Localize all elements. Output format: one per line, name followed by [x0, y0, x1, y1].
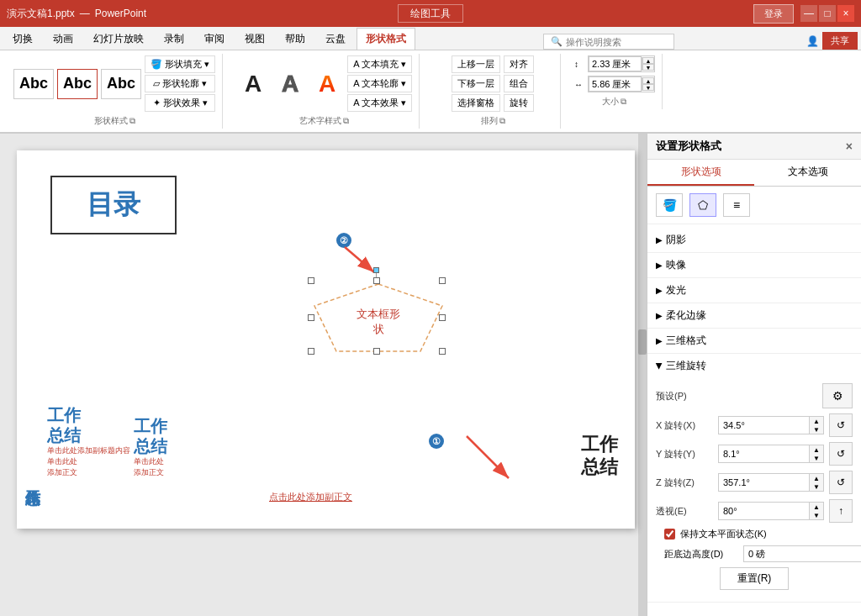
bottom-link[interactable]: 点击此处添加副正文 — [269, 491, 352, 503]
shape-fill-button[interactable]: 🪣 形状填充 ▾ — [145, 55, 215, 73]
search-icon: 🔍 — [551, 36, 563, 47]
ribbon-tab-形状格式[interactable]: 形状格式 — [357, 28, 415, 50]
text-effect-button[interactable]: A 文本效果 ▾ — [347, 94, 412, 112]
reset-button[interactable]: 重置(R) — [720, 567, 790, 590]
expand-icon[interactable]: ⧉ — [129, 116, 135, 126]
scroll-thumb[interactable] — [638, 329, 647, 355]
group-button[interactable]: 组合 — [504, 75, 534, 92]
login-button[interactable]: 登录 — [753, 4, 794, 24]
handle-tl[interactable] — [308, 277, 314, 284]
ribbon-tab-审阅[interactable]: 审阅 — [195, 28, 234, 50]
z-spin-up[interactable]: ▲ — [810, 474, 823, 482]
shape-style-1[interactable]: Abc — [13, 69, 54, 99]
ribbon-tab-donghua[interactable]: 动画 — [44, 28, 82, 50]
arrange-label: 排列 ⧉ — [481, 115, 505, 127]
x-spin-down[interactable]: ▼ — [810, 425, 823, 434]
shape-style-2[interactable]: Abc — [57, 69, 98, 99]
shape-outline-button[interactable]: ▱ 形状轮廓 ▾ — [145, 75, 215, 92]
x-rotation-input[interactable] — [719, 418, 809, 433]
handle-tr[interactable] — [439, 277, 446, 284]
shape-icon-btn[interactable]: ⬠ — [689, 193, 716, 217]
shape-effect-button[interactable]: ✦ 形状效果 ▾ — [145, 94, 215, 112]
x-rotation-action[interactable]: ↺ — [829, 413, 853, 437]
persp-input[interactable] — [719, 503, 809, 519]
handle-ml[interactable] — [308, 314, 314, 321]
format3d-header[interactable]: ▶ 三维格式 — [647, 329, 861, 353]
y-rotation-input[interactable] — [719, 446, 809, 461]
panel-close-button[interactable]: × — [846, 140, 853, 153]
handle-mr[interactable] — [439, 314, 446, 321]
art-text-1[interactable]: A — [236, 67, 270, 101]
text-outline-button[interactable]: A 文本轮廓 ▾ — [347, 75, 412, 92]
expand-icon-arrange[interactable]: ⧉ — [499, 116, 505, 126]
maximize-button[interactable]: □ — [819, 5, 836, 22]
width-spin-up[interactable]: ▲ — [642, 77, 654, 84]
art-text-2[interactable]: A — [273, 67, 307, 101]
z-rotation-action[interactable]: ↺ — [829, 471, 853, 494]
select-pane-button[interactable]: 选择窗格 — [452, 94, 500, 112]
shadow-header[interactable]: ▶ 阴影 — [647, 228, 861, 252]
ribbon-tab-qiehuan[interactable]: 切换 — [3, 28, 42, 50]
shape-styles-label: 形状样式 ⧉ — [94, 115, 135, 127]
share-button[interactable]: 共享 — [822, 32, 858, 50]
keep-flat-checkbox[interactable] — [664, 529, 675, 540]
pentagon-shape: 文本框形 状 — [311, 281, 446, 355]
align-button[interactable]: 对齐 — [504, 55, 534, 73]
ribbon-tab-帮助[interactable]: 帮助 — [276, 28, 314, 50]
height-spin-down[interactable]: ▼ — [642, 64, 654, 71]
art-text-group: A A A A 文本填充 ▾ A 文本轮廓 ▾ A 文本效果 ▾ 艺术字样式 — [230, 54, 420, 129]
width-label: ↔ — [574, 80, 586, 89]
minimize-button[interactable]: — — [800, 5, 817, 22]
rotation3d-header[interactable]: ▶ 三维旋转 — [647, 354, 861, 378]
shape-style-3[interactable]: Abc — [101, 69, 141, 99]
height-spin-up[interactable]: ▲ — [642, 57, 654, 64]
soften-header[interactable]: ▶ 柔化边缘 — [647, 303, 861, 328]
fill-icon-btn[interactable]: 🪣 — [656, 193, 683, 217]
y-spin-down[interactable]: ▼ — [810, 454, 823, 462]
z-rotation-input[interactable] — [719, 475, 809, 490]
rotate-button[interactable]: 旋转 — [504, 94, 534, 112]
y-spin-up[interactable]: ▲ — [810, 445, 823, 454]
close-button[interactable]: × — [837, 5, 854, 22]
slide-scrollbar[interactable] — [638, 134, 647, 616]
persp-spin-up[interactable]: ▲ — [810, 503, 823, 511]
ribbon-tab-放映[interactable]: 幻灯片放映 — [84, 28, 153, 50]
move-down-button[interactable]: 下移一层 — [452, 75, 500, 92]
art-text-3[interactable]: A — [310, 67, 344, 101]
width-spin-down[interactable]: ▼ — [642, 84, 654, 91]
persp-action[interactable]: ↑ — [829, 499, 853, 523]
reflection-label: 映像 — [666, 258, 686, 272]
glow-header[interactable]: ▶ 发光 — [647, 278, 861, 303]
rotate-handle[interactable] — [373, 267, 379, 273]
reflection-section: ▶ 映像 — [647, 253, 861, 278]
x-spin-up[interactable]: ▲ — [810, 417, 823, 425]
format3d-arrow: ▶ — [656, 336, 663, 345]
reflection-header[interactable]: ▶ 映像 — [647, 253, 861, 277]
z-spin-down[interactable]: ▼ — [810, 482, 823, 491]
glow-label: 发光 — [666, 283, 686, 297]
handle-tm[interactable] — [373, 277, 380, 284]
search-input[interactable] — [566, 37, 667, 47]
panel-tab-text[interactable]: 文本选项 — [754, 160, 861, 186]
dist-input[interactable] — [743, 545, 861, 562]
effect-icon-btn[interactable]: ≡ — [723, 193, 750, 217]
handle-bm[interactable] — [373, 348, 380, 355]
handle-bl[interactable] — [308, 348, 314, 355]
x-rotation-label: X 旋转(X) — [656, 419, 715, 432]
preset-button[interactable]: ⚙ — [822, 383, 853, 408]
ribbon-tab-视图[interactable]: 视图 — [235, 28, 274, 50]
expand-icon-art[interactable]: ⧉ — [343, 116, 349, 126]
width-input[interactable] — [589, 76, 642, 92]
text-fill-button[interactable]: A 文本填充 ▾ — [347, 55, 412, 73]
y-rotation-action[interactable]: ↺ — [829, 442, 853, 466]
dist-label: 距底边高度(D) — [664, 548, 740, 561]
ribbon-tab-录制[interactable]: 录制 — [155, 28, 193, 50]
move-up-button[interactable]: 上移一层 — [452, 55, 500, 73]
persp-spin-down[interactable]: ▼ — [810, 511, 823, 519]
panel-tab-shape[interactable]: 形状选项 — [647, 160, 754, 186]
ribbon-tab-云盘[interactable]: 云盘 — [316, 28, 355, 50]
persp-row: 透视(E) ▲ ▼ ↑ — [656, 499, 853, 523]
expand-icon-size[interactable]: ⧉ — [621, 97, 626, 107]
height-input[interactable] — [589, 56, 642, 71]
handle-br[interactable] — [439, 348, 446, 355]
